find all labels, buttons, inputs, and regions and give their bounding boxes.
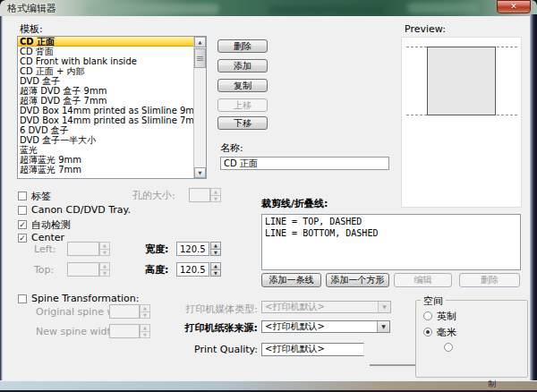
media-type-combobox[interactable]: <打印机默认> ▼ [261,301,391,313]
stray-radio-artifact[interactable] [444,343,453,352]
list-item[interactable]: DVD Box 14mm printed as Slimline 7mm [18,115,206,125]
media-type-value: <打印机默认> [262,302,378,312]
copy-template-button[interactable]: 复制 [217,79,268,92]
canon-tray-checkbox[interactable] [18,206,27,215]
paper-source-combobox[interactable]: <打印机默认> ▼ [261,320,390,333]
templates-label: 模板: [20,22,43,36]
scroll-up-button[interactable]: ▲ [194,37,206,47]
scrollbar-thumb[interactable] [194,48,206,68]
new-spine-width-spinner[interactable]: ▲▼ [140,324,150,338]
title-bar[interactable] [0,0,537,16]
list-item[interactable]: DVD 盒子 [18,76,206,86]
move-up-button[interactable]: 上移 [217,98,268,112]
trim-line-entry[interactable]: LINE = BOTTOM, DASHED [265,227,517,239]
list-item[interactable]: 超薄蓝光 7mm [18,165,206,175]
list-item[interactable]: 超薄 DVD 盒子 9mm [18,86,206,96]
spinner-down-icon: ▼ [210,196,221,203]
spine-transformation-checkbox[interactable] [18,294,27,303]
scroll-up-icon: ▲ [199,39,202,45]
spinner-up-icon: ▲ [140,324,150,332]
label-checkbox[interactable] [18,192,27,200]
window-border-bottom: 制 [0,380,537,392]
list-item[interactable]: CD 背面 [18,47,206,56]
width-label: 宽度: [145,243,168,256]
center-label: Center [31,232,64,243]
spinner-down-icon: ▼ [210,270,221,277]
metric-radio[interactable] [423,328,432,337]
units-group-label: 空间 [421,294,446,308]
checkmark-icon: ✓ [19,234,26,243]
templates-listbox[interactable]: CD 正面 CD 背面 CD Front with blank inside C… [17,36,207,179]
imperial-radio-label: 英制 [437,310,456,323]
scrollbar[interactable]: ▲ ▼ [193,37,206,178]
chevron-down-icon: ▼ [378,302,390,312]
paper-source-label: 打印机纸张来源: [161,321,258,335]
trim-line-entry[interactable]: LINE = TOP, DASHED [265,216,517,227]
list-item[interactable]: DVD Box 14mm printed as Slimline 9mm [18,106,206,115]
width-spinner[interactable]: ▲▼ [210,242,221,256]
list-item-selected[interactable]: CD 正面 [18,37,206,47]
list-item[interactable]: CD Front with blank inside [18,56,206,66]
list-item[interactable]: 超薄蓝光 9mm [18,155,206,165]
units-groupbox [415,300,528,378]
list-item[interactable]: 超薄 DVD 盒子 7mm [18,96,206,106]
left-spinner[interactable]: ▲▼ [99,242,110,256]
close-button[interactable]: ✕ [497,0,531,13]
spinner-down-icon: ▼ [99,250,110,257]
name-input[interactable] [220,157,389,170]
spinner-up-icon: ▲ [210,262,221,270]
print-quality-combobox[interactable]: <打印机默认> [261,343,364,356]
list-item[interactable]: DVD 盒子一半大小 [18,135,206,145]
trim-lines-label: 裁剪线/折叠线: [261,197,328,210]
top-input[interactable] [67,262,99,277]
list-item[interactable]: 蓝光 [18,145,206,155]
glass-blob [407,3,479,13]
list-item[interactable]: 6 DVD 盒子 [18,125,206,135]
add-template-button[interactable]: 添加 [217,59,268,72]
edit-line-button[interactable]: 编辑 [394,273,452,287]
media-type-label: 打印机媒体类型: [161,303,258,316]
repaint-glitch-text: 制 [488,379,496,390]
auto-detect-checkbox[interactable]: ✓ [18,220,27,229]
scroll-down-button[interactable]: ▼ [194,167,206,178]
width-input[interactable] [176,242,209,256]
delete-line-button[interactable]: 删除 [459,273,520,287]
spinner-down-icon: ▼ [99,270,110,277]
original-spine-width-spinner[interactable]: ▲▼ [140,304,150,319]
delete-template-button[interactable]: 删除 [217,39,268,53]
close-icon: ✕ [510,2,517,11]
height-spinner[interactable]: ▲▼ [210,262,221,277]
spinner-up-icon: ▲ [140,304,150,312]
name-label: 名称: [220,141,243,155]
hole-size-label: 孔的大小: [132,189,175,202]
original-spine-width-input[interactable] [109,304,140,319]
top-spinner[interactable]: ▲▼ [99,262,110,277]
spine-transformation-label: Spine Transformation: [31,293,140,304]
spinner-down-icon: ▼ [210,250,221,257]
spinner-down-icon: ▼ [140,332,150,339]
add-square-button[interactable]: 添加一个方形 [326,273,389,287]
hole-size-spinner[interactable]: ▲▼ [210,188,221,202]
new-spine-width-input[interactable] [109,324,140,338]
add-line-button[interactable]: 添加一条线 [261,273,321,287]
print-quality-label: Print Quality: [161,344,258,355]
preview-template-shape [427,47,496,115]
height-input[interactable] [176,262,209,277]
spinner-up-icon: ▲ [99,262,110,270]
metric-radio-label: 毫米 [437,326,456,339]
window-border-right [530,14,537,380]
center-checkbox[interactable]: ✓ [18,234,27,243]
left-input[interactable] [67,242,99,256]
imperial-radio[interactable] [423,311,432,320]
height-label: 高度: [145,263,168,277]
print-quality-value: <打印机默认> [262,344,363,355]
glass-blob [85,4,219,14]
list-item[interactable]: CD 正面 + 内部 [18,66,206,76]
checkmark-icon: ✓ [19,220,26,229]
trim-lines-listbox[interactable]: LINE = TOP, DASHED LINE = BOTTOM, DASHED [261,214,521,270]
move-down-button[interactable]: 下移 [217,116,268,130]
left-label: Left: [34,243,55,255]
window-border-left [0,16,3,380]
hole-size-input[interactable] [189,188,210,202]
repaint-artifact-line [370,364,416,366]
